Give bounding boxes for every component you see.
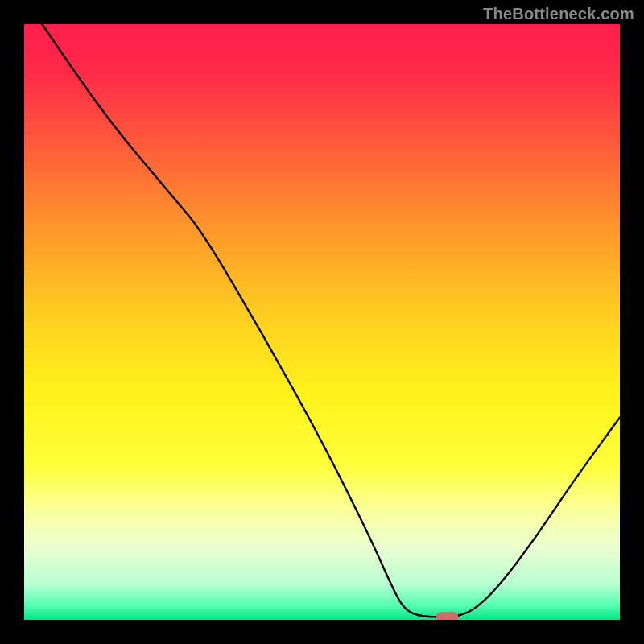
- optimal-marker: [436, 612, 458, 620]
- chart-frame: TheBottleneck.com: [0, 0, 644, 644]
- bottleneck-chart: [24, 24, 620, 620]
- watermark-text: TheBottleneck.com: [483, 5, 634, 23]
- gradient-background: [24, 24, 620, 620]
- plot-area: [24, 24, 620, 620]
